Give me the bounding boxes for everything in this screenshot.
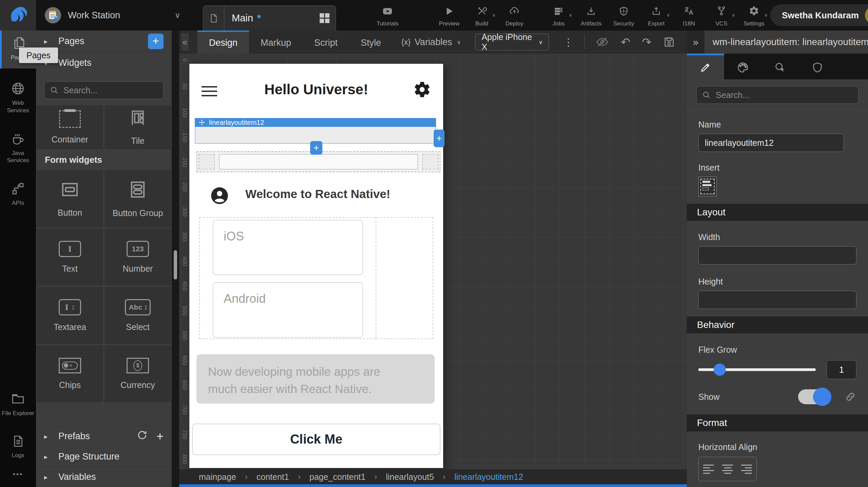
slider-knob[interactable] xyxy=(714,364,726,376)
button-group-icon xyxy=(128,180,148,201)
expand-panel-button[interactable]: » xyxy=(687,31,704,54)
select-icon: Abc▴▾ xyxy=(125,299,150,315)
tutorials-button[interactable]: Tutorials xyxy=(371,0,404,28)
widget-tile[interactable]: Tile xyxy=(105,105,171,149)
toggle-visibility-button[interactable] xyxy=(596,35,609,49)
tab-inspect[interactable] xyxy=(761,54,799,79)
selected-widget-bar[interactable]: linearlayoutitem12 xyxy=(195,118,436,127)
layout-cell-small[interactable] xyxy=(199,154,215,170)
breadcrumb-item[interactable]: linearlayout5 xyxy=(386,472,434,482)
tab-script[interactable]: Script xyxy=(303,31,349,54)
basic-widget-grid: Container Tile xyxy=(36,105,172,149)
device-selector[interactable]: Apple iPhone X ∨ xyxy=(475,34,549,51)
widget-currency[interactable]: $ Currency xyxy=(105,345,171,402)
i18n-button[interactable]: I18N xyxy=(673,0,705,28)
tab-markup[interactable]: Markup xyxy=(249,31,303,54)
flex-grow-slider[interactable] xyxy=(698,368,816,371)
tab-design[interactable]: Design xyxy=(197,31,249,54)
build-button[interactable]: Build ∨ xyxy=(466,0,498,28)
widget-search xyxy=(44,81,164,99)
settings-gear-icon[interactable] xyxy=(413,80,432,100)
breadcrumb-item[interactable]: page_content1 xyxy=(309,472,365,482)
scrollbar-thumb[interactable] xyxy=(174,250,177,279)
collapse-left-panel-button[interactable]: « xyxy=(181,33,189,51)
accordion-page-structure[interactable]: ▸ Page Structure xyxy=(36,446,172,467)
align-right-button[interactable] xyxy=(741,465,752,474)
widget-textarea[interactable]: I↕ Textarea xyxy=(37,287,103,344)
user-menu[interactable]: Swetha Kundaram SK xyxy=(770,4,868,26)
security-button[interactable]: Security xyxy=(607,0,640,28)
api-nodes-icon xyxy=(11,181,25,197)
platform-box-android[interactable]: Android xyxy=(213,282,363,338)
tab-variables[interactable]: {x} Variables ∨ xyxy=(401,37,461,47)
widget-select[interactable]: Abc▴▾ Select xyxy=(105,287,171,344)
widget-button-group[interactable]: Button Group xyxy=(105,170,171,227)
insert-below-button[interactable]: + xyxy=(310,141,322,155)
preview-button[interactable]: Preview xyxy=(433,0,466,28)
bind-link-icon[interactable] xyxy=(844,391,856,403)
refresh-icon[interactable] xyxy=(137,430,148,443)
deploy-button[interactable]: Deploy xyxy=(498,0,531,28)
sidebar-item-java-services[interactable]: Java Services xyxy=(0,126,36,169)
properties-search-input[interactable] xyxy=(696,86,858,104)
tab-security[interactable] xyxy=(799,54,836,79)
chevron-down-icon: ∨ xyxy=(732,13,735,18)
widget-search-input[interactable] xyxy=(44,81,164,99)
save-button[interactable] xyxy=(663,36,675,48)
breadcrumb-item[interactable]: content1 xyxy=(257,472,289,482)
flex-grow-value[interactable]: 1 xyxy=(827,360,856,379)
widget-text[interactable]: I Text xyxy=(37,229,103,286)
pages-grid-icon[interactable] xyxy=(320,13,329,23)
breadcrumb-item-active[interactable]: linearlayoutitem12 xyxy=(454,472,523,482)
add-prefab-button[interactable]: + xyxy=(156,431,164,442)
height-label: Height xyxy=(698,277,856,287)
undo-button[interactable]: ↶ xyxy=(621,35,630,49)
export-button[interactable]: Export ∨ xyxy=(640,0,673,28)
tab-styles[interactable] xyxy=(724,54,761,79)
accordion-variables[interactable]: ▸ Variables xyxy=(36,467,172,487)
wavemaker-studio: Work Station ∨ Main * Tutorials Preview … xyxy=(0,0,868,487)
insert-widget-button[interactable] xyxy=(698,177,717,196)
align-center-button[interactable] xyxy=(722,465,733,474)
jobs-button[interactable]: Jobs ∨ xyxy=(542,0,575,28)
project-switcher[interactable]: Work Station ∨ xyxy=(45,7,184,23)
design-canvas[interactable]: 0 50 100 150 200 250 300 350 400 450 500… xyxy=(179,54,687,469)
widget-chips[interactable]: × Chips xyxy=(37,345,103,402)
tab-style[interactable]: Style xyxy=(349,31,393,54)
name-field[interactable] xyxy=(698,134,844,152)
canvas-column: « Design Markup Script Style {x} Variabl… xyxy=(179,31,687,487)
widget-number[interactable]: 123 Number xyxy=(105,229,171,286)
app-logo[interactable] xyxy=(0,0,36,31)
layout-cell-small[interactable] xyxy=(422,154,438,170)
platform-layout[interactable]: iOS Android xyxy=(199,217,433,339)
settings-button[interactable]: Settings ∨ xyxy=(738,0,770,28)
insert-right-button[interactable]: + xyxy=(434,130,445,147)
height-field[interactable] xyxy=(698,291,856,309)
rail-overflow-button[interactable]: ••• xyxy=(0,464,36,487)
width-field[interactable] xyxy=(698,246,856,265)
sidebar-item-apis[interactable]: APIs xyxy=(0,176,36,211)
accordion-prefabs[interactable]: ▸ Prefabs + xyxy=(36,426,172,446)
click-me-button[interactable]: Click Me xyxy=(192,424,440,455)
sidebar-item-logs[interactable]: Logs xyxy=(0,429,36,464)
show-toggle[interactable] xyxy=(798,389,830,404)
sidebar-item-web-services[interactable]: Web Services xyxy=(0,76,36,119)
open-page-tab[interactable]: Main * xyxy=(203,5,336,31)
breadcrumb-separator: › xyxy=(298,472,301,482)
more-options-button[interactable]: ⋮ xyxy=(563,36,573,48)
layout-cell-wide[interactable] xyxy=(219,154,418,170)
sidebar-item-file-explorer[interactable]: File Explorer xyxy=(0,386,36,422)
align-left-button[interactable] xyxy=(703,465,714,474)
panel-scrollbar[interactable] xyxy=(172,31,179,487)
tab-properties[interactable] xyxy=(687,54,724,79)
redo-button[interactable]: ↷ xyxy=(642,35,652,49)
breadcrumb-item[interactable]: mainpage xyxy=(199,472,236,482)
widget-container[interactable]: Container xyxy=(37,105,103,149)
artifacts-button[interactable]: Artifacts xyxy=(575,0,607,28)
widget-button[interactable]: Button xyxy=(37,170,103,227)
top-bar: Work Station ∨ Main * Tutorials Preview … xyxy=(0,0,868,31)
platform-box-ios[interactable]: iOS xyxy=(213,220,363,275)
toggle-knob[interactable] xyxy=(813,388,831,406)
vcs-button[interactable]: VCS ∨ xyxy=(705,0,738,28)
add-page-button[interactable]: + xyxy=(148,34,164,49)
